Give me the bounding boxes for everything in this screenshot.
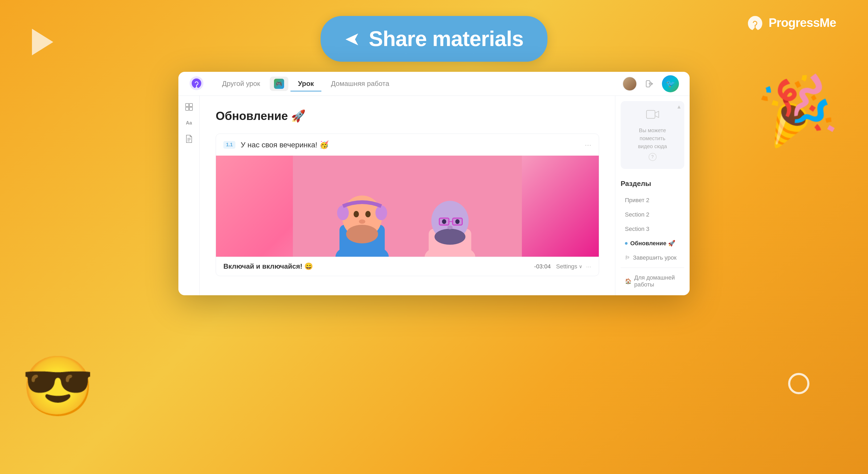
- video-placeholder-text: Вы можете поместить видео сюда: [626, 126, 679, 150]
- block-title: У нас своя вечеринка! 🥳: [241, 140, 579, 149]
- lesson-image: [216, 156, 599, 257]
- lesson-bottom-bar: Включай и включайся! 😄 -03:04 Settings ∨…: [216, 257, 599, 276]
- share-arrow-icon: ➤: [344, 28, 360, 50]
- tab-game[interactable]: 🎮: [270, 77, 288, 91]
- nav-right: 🐦: [622, 75, 679, 92]
- sections-panel: Разделы Привет 2 Section 2 Section 3 Обн…: [615, 174, 690, 295]
- section-item-additional[interactable]: 📄 Дополнительно: [621, 292, 684, 295]
- svg-point-19: [365, 211, 371, 217]
- left-sidebar: Aa: [178, 96, 200, 295]
- svg-point-28: [442, 219, 446, 224]
- video-help-icon[interactable]: ?: [649, 153, 657, 161]
- svg-rect-31: [647, 110, 655, 118]
- share-button-label: Share materials: [369, 27, 524, 51]
- play-icon: [32, 29, 53, 55]
- svg-point-30: [447, 226, 453, 229]
- svg-point-29: [455, 219, 460, 224]
- sections-divider: [621, 268, 684, 268]
- svg-rect-4: [189, 103, 192, 107]
- section-item-privet2[interactable]: Привет 2: [621, 193, 684, 207]
- collapse-video-button[interactable]: ▲: [676, 104, 682, 110]
- svg-point-15: [346, 225, 378, 243]
- right-sidebar: ▲ Вы можете поместить видео сюда ? Разде…: [615, 96, 690, 295]
- video-placeholder: ▲ Вы можете поместить видео сюда ?: [621, 101, 684, 169]
- block-more-icon[interactable]: ···: [585, 140, 591, 149]
- svg-rect-3: [186, 103, 189, 107]
- section-item-obnovlenie[interactable]: Обновление 🚀: [621, 236, 684, 250]
- confetti-popper-icon: 🎉: [754, 71, 840, 147]
- settings-button[interactable]: Settings ∨: [556, 263, 582, 270]
- section-item-section3[interactable]: Section 3: [621, 222, 684, 236]
- home-icon: 🏠: [625, 278, 631, 284]
- svg-rect-5: [186, 107, 189, 110]
- svg-point-20: [359, 219, 365, 224]
- lesson-block: 1.1 У нас своя вечеринка! 🥳 ···: [216, 134, 599, 276]
- bottom-bar-time: -03:04: [534, 263, 551, 270]
- lesson-title: Обновление 🚀: [216, 109, 599, 123]
- document-icon[interactable]: [183, 133, 195, 145]
- tab-other-lesson[interactable]: Другой урок: [215, 76, 268, 92]
- flag-icon: 🏳: [625, 255, 630, 261]
- browser-nav: Другой урок 🎮 Урок Домашняя работа: [178, 72, 690, 96]
- section-item-finish[interactable]: 🏳 Завершить урок: [621, 250, 684, 265]
- chevron-down-icon: ∨: [579, 264, 582, 269]
- circle-decoration: [788, 373, 809, 394]
- sections-title: Разделы: [621, 179, 684, 188]
- share-materials-button[interactable]: ➤ Share materials: [320, 16, 548, 62]
- lesson-block-header: 1.1 У нас своя вечеринка! 🥳 ···: [216, 134, 599, 156]
- browser-content: Aa Обновление 🚀 1.1: [178, 96, 690, 295]
- bottom-bar-more-icon[interactable]: ···: [586, 263, 591, 270]
- layout-icon[interactable]: [183, 101, 195, 113]
- active-dot: [625, 242, 627, 245]
- svg-point-18: [353, 211, 359, 217]
- block-number: 1.1: [223, 141, 236, 149]
- emoji-sunglasses: 😎: [21, 357, 95, 415]
- browser-window: Другой урок 🎮 Урок Домашняя работа: [178, 72, 690, 295]
- progressme-logo: ProgressMe: [746, 14, 836, 31]
- video-icon: [626, 109, 679, 122]
- exit-icon[interactable]: [642, 77, 657, 91]
- app-logo: [189, 76, 204, 92]
- user-avatar[interactable]: [622, 77, 637, 91]
- svg-point-16: [337, 205, 349, 220]
- lesson-main-content: Обновление 🚀 1.1 У нас своя вечеринка! 🥳…: [200, 96, 615, 295]
- tab-homework[interactable]: Домашняя работа: [323, 76, 397, 92]
- svg-rect-11: [293, 156, 522, 257]
- section-item-homework[interactable]: 🏠 Для домашней работы: [621, 271, 684, 292]
- nav-tabs: Другой урок 🎮 Урок Домашняя работа: [215, 76, 622, 92]
- section-item-section2[interactable]: Section 2: [621, 207, 684, 222]
- svg-point-17: [375, 205, 387, 220]
- svg-rect-6: [189, 107, 192, 110]
- text-format-icon[interactable]: Aa: [183, 117, 195, 129]
- bottom-bar-title: Включай и включайся! 😄: [223, 262, 534, 271]
- svg-point-24: [435, 229, 465, 245]
- progressme-label: ProgressMe: [769, 15, 836, 30]
- progressme-nav-icon[interactable]: 🐦: [662, 75, 679, 92]
- tab-lesson[interactable]: Урок: [290, 76, 321, 92]
- svg-text:Aa: Aa: [186, 120, 192, 126]
